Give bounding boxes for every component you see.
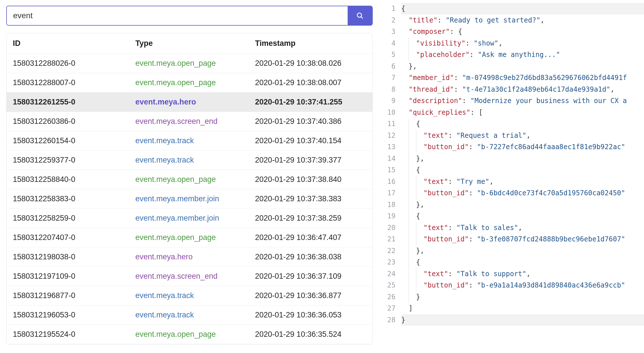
line-number: 19 — [379, 210, 396, 222]
line-number: 26 — [379, 291, 396, 303]
cell-id: 1580312196053-0 — [13, 311, 135, 319]
cell-id: 1580312195524-0 — [13, 330, 135, 339]
search-input[interactable] — [7, 6, 348, 25]
code-line: "text": "Talk to support", — [401, 268, 644, 280]
table-row[interactable]: 1580312259377-0event.meya.track2020-01-2… — [7, 151, 372, 170]
cell-timestamp: 2020-01-29 10:36:36.877 — [255, 291, 366, 300]
code-line: "placeholder": "Ask me anything..." — [401, 49, 644, 61]
search-icon — [356, 12, 364, 20]
cell-id: 1580312207407-0 — [13, 233, 135, 242]
cell-timestamp: 2020-01-29 10:36:35.524 — [255, 330, 366, 339]
line-number: 25 — [379, 280, 396, 291]
left-panel: ID Type Timestamp 1580312288026-0event.m… — [0, 0, 379, 353]
table-header-row: ID Type Timestamp — [7, 33, 372, 54]
cell-id: 1580312288026-0 — [13, 59, 135, 68]
code-line: "text": "Try me", — [401, 176, 644, 188]
line-number: 5 — [379, 49, 396, 61]
cell-type: event.meya.open_page — [135, 330, 255, 339]
table-row[interactable]: 1580312261255-0event.meya.hero2020-01-29… — [7, 93, 372, 112]
code-line: "visibility": "show", — [401, 38, 644, 49]
code-line: "button_id": "b-3fe08707fcd24888b9bec96e… — [401, 233, 644, 245]
cell-timestamp: 2020-01-29 10:38:08.007 — [255, 78, 366, 87]
cell-id: 1580312260154-0 — [13, 136, 135, 145]
cell-timestamp: 2020-01-29 10:37:39.377 — [255, 156, 366, 165]
line-number: 3 — [379, 26, 396, 38]
table-row[interactable]: 1580312258259-0event.meya.member.join202… — [7, 209, 372, 228]
search-button[interactable] — [348, 6, 372, 25]
cell-timestamp: 2020-01-29 10:36:37.109 — [255, 272, 366, 281]
table-row[interactable]: 1580312196053-0event.meya.track2020-01-2… — [7, 305, 372, 325]
line-number: 11 — [379, 118, 396, 130]
cell-type: event.meya.member.join — [135, 214, 255, 223]
events-table: ID Type Timestamp 1580312288026-0event.m… — [6, 33, 373, 344]
cell-timestamp: 2020-01-29 10:37:38.259 — [255, 214, 366, 223]
code-line: "thread_id": "t-4e71a30c1f2a489eb64c17da… — [401, 84, 644, 95]
cell-id: 1580312196877-0 — [13, 291, 135, 300]
table-row[interactable]: 1580312195524-0event.meya.open_page2020-… — [7, 325, 372, 344]
code-line: "button_id": "b-6bdc4d0ce73f4c70a5d19576… — [401, 187, 644, 199]
line-number: 27 — [379, 303, 396, 314]
table-row[interactable]: 1580312196877-0event.meya.track2020-01-2… — [7, 286, 372, 305]
table-row[interactable]: 1580312258383-0event.meya.member.join202… — [7, 189, 372, 209]
cell-timestamp: 2020-01-29 10:36:38.038 — [255, 253, 366, 261]
code-line: "title": "Ready to get started?", — [401, 15, 644, 26]
line-number: 21 — [379, 233, 396, 245]
line-number: 7 — [379, 72, 396, 84]
code-line: "quick_replies": [ — [401, 107, 644, 118]
table-row[interactable]: 1580312207407-0event.meya.open_page2020-… — [7, 228, 372, 247]
search-row — [6, 6, 373, 26]
cell-id: 1580312198038-0 — [13, 253, 135, 261]
cell-type: event.meya.track — [135, 311, 255, 319]
code-line: { — [401, 210, 644, 222]
line-number: 13 — [379, 141, 396, 153]
col-header-id: ID — [13, 39, 135, 48]
line-number: 16 — [379, 176, 396, 188]
line-number: 18 — [379, 199, 396, 211]
line-number: 23 — [379, 256, 396, 268]
code-line: { — [401, 3, 644, 15]
code-line: "button_id": "b-e9a1a14a93d841d89840ac43… — [401, 280, 644, 291]
table-row[interactable]: 1580312288007-0event.meya.open_page2020-… — [7, 73, 372, 93]
cell-timestamp: 2020-01-29 10:37:40.386 — [255, 117, 366, 126]
table-row[interactable]: 1580312197109-0event.meya.screen_end2020… — [7, 267, 372, 286]
col-header-type: Type — [135, 39, 255, 48]
code-line: "composer": { — [401, 26, 644, 38]
table-row[interactable]: 1580312260154-0event.meya.track2020-01-2… — [7, 131, 372, 151]
code-line: } — [401, 314, 644, 326]
code-line: { — [401, 256, 644, 268]
cell-timestamp: 2020-01-29 10:36:36.053 — [255, 311, 366, 319]
table-row[interactable]: 1580312258840-0event.meya.open_page2020-… — [7, 170, 372, 189]
cell-type: event.meya.open_page — [135, 59, 255, 68]
line-number: 4 — [379, 38, 396, 49]
cell-id: 1580312197109-0 — [13, 272, 135, 281]
cell-type: event.meya.hero — [135, 253, 255, 261]
cell-id: 1580312261255-0 — [13, 98, 135, 106]
code-line: }, — [401, 61, 644, 72]
line-number: 15 — [379, 164, 396, 176]
cell-type: event.meya.track — [135, 136, 255, 145]
col-header-timestamp: Timestamp — [255, 39, 366, 48]
code-area[interactable]: {"title": "Ready to get started?","compo… — [401, 3, 644, 353]
line-number: 24 — [379, 268, 396, 280]
code-line: "button_id": "b-7227efc86ad44faaa8ec1f81… — [401, 141, 644, 153]
cell-timestamp: 2020-01-29 10:37:38.840 — [255, 175, 366, 184]
cell-type: event.meya.hero — [135, 98, 255, 106]
cell-id: 1580312258259-0 — [13, 214, 135, 223]
line-number: 9 — [379, 95, 396, 107]
line-number: 17 — [379, 187, 396, 199]
table-row[interactable]: 1580312288026-0event.meya.open_page2020-… — [7, 54, 372, 73]
code-line: "description": "Modernize your business … — [401, 95, 644, 107]
line-number: 6 — [379, 61, 396, 72]
cell-type: event.meya.screen_end — [135, 272, 255, 281]
cell-type: event.meya.member.join — [135, 194, 255, 203]
table-row[interactable]: 1580312260386-0event.meya.screen_end2020… — [7, 112, 372, 131]
cell-id: 1580312259377-0 — [13, 156, 135, 165]
table-row[interactable]: 1580312198038-0event.meya.hero2020-01-29… — [7, 247, 372, 267]
line-gutter: 1234567891011121314151617181920212223242… — [379, 3, 401, 353]
line-number: 22 — [379, 245, 396, 257]
cell-type: event.meya.screen_end — [135, 117, 255, 126]
code-line: "member_id": "m-074998c9eb27d6bd83a56296… — [401, 72, 644, 84]
code-line: } — [401, 291, 644, 303]
cell-type: event.meya.open_page — [135, 233, 255, 242]
svg-line-1 — [361, 17, 363, 19]
